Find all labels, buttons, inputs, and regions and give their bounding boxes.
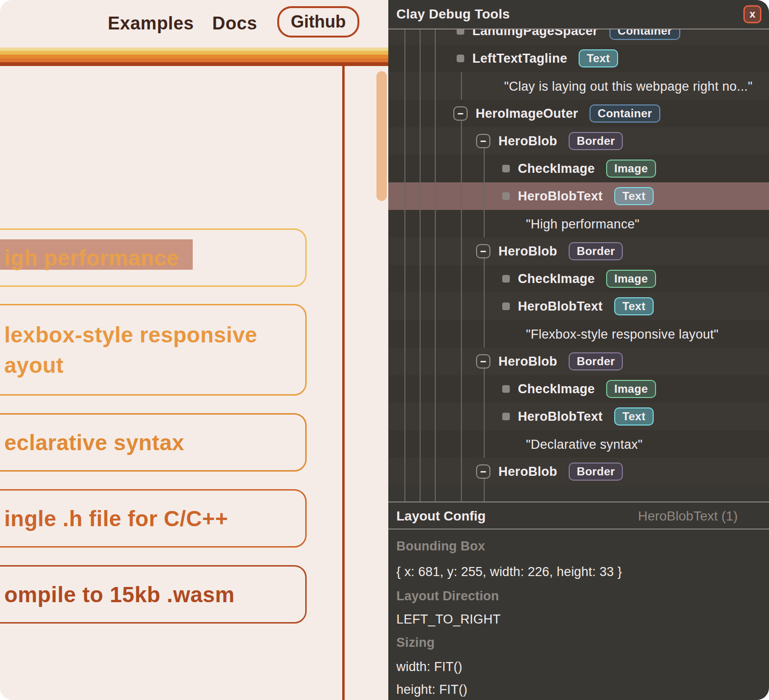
element-type-badge: Container bbox=[610, 29, 680, 40]
element-type-badge: Text bbox=[614, 187, 654, 205]
text-content-preview: "High performance" bbox=[526, 217, 639, 232]
tree-row-heroblobtext[interactable]: HeroBlobTextText bbox=[388, 182, 769, 210]
element-name: LeftTextTagline bbox=[472, 51, 567, 66]
element-bullet-icon bbox=[502, 413, 510, 420]
feature-box-text: igh performance bbox=[4, 243, 305, 273]
indent-guide-line bbox=[484, 258, 485, 348]
tree-row-heroblob[interactable]: HeroBlobBorder bbox=[388, 458, 769, 485]
collapse-button[interactable] bbox=[453, 106, 468, 121]
element-name: HeroBlobText bbox=[518, 409, 603, 424]
stripe-band bbox=[0, 47, 388, 51]
indent-guide-line bbox=[484, 369, 485, 458]
element-bullet-icon bbox=[457, 55, 464, 62]
element-tree: LandingPageSpacerContainerLeftTextTaglin… bbox=[388, 29, 769, 501]
element-bullet-icon bbox=[502, 303, 510, 310]
indent-guide-line bbox=[461, 120, 462, 501]
nav-item-docs[interactable]: Docs bbox=[212, 13, 257, 34]
element-type-badge: Border bbox=[569, 132, 623, 150]
config-field-value: { x: 681, y: 255, width: 226, height: 33… bbox=[396, 565, 622, 579]
tree-row-landingpagespacer[interactable]: LandingPageSpacerContainer bbox=[388, 29, 769, 45]
collapse-button[interactable] bbox=[476, 244, 490, 258]
element-name: HeroImageOuter bbox=[476, 106, 578, 121]
element-name: HeroBlob bbox=[498, 464, 557, 479]
indent-guide-line bbox=[404, 29, 405, 501]
accent-stripe bbox=[0, 47, 388, 66]
stripe-band bbox=[0, 55, 388, 58]
tree-row-heroblob[interactable]: HeroBlobBorder bbox=[388, 348, 769, 375]
collapse-button[interactable] bbox=[476, 134, 490, 148]
tree-row-heroblobtext[interactable]: HeroBlobTextText bbox=[388, 403, 769, 430]
tree-row-checkimage[interactable]: CheckImageImage bbox=[388, 155, 769, 182]
config-field-label: Sizing bbox=[396, 635, 435, 650]
text-content-preview: "Clay is laying out this webpage right n… bbox=[504, 79, 752, 94]
element-type-badge: Container bbox=[590, 104, 660, 123]
collapse-button[interactable] bbox=[476, 464, 490, 479]
feature-box-text: lexbox-style responsive bbox=[4, 320, 305, 350]
demo-page: Examples Docs Github igh performancelexb… bbox=[0, 0, 388, 700]
config-field-value: LEFT_TO_RIGHT bbox=[396, 612, 501, 627]
tree-row-heroblob[interactable]: HeroBlobBorder bbox=[388, 237, 769, 265]
config-field-value: height: FIT() bbox=[396, 682, 468, 697]
tree-row-text-content[interactable]: "High performance" bbox=[388, 210, 769, 237]
indent-guide-line bbox=[461, 72, 462, 100]
element-type-badge: Image bbox=[606, 380, 656, 398]
feature-box-text: ompile to 15kb .wasm bbox=[4, 579, 305, 610]
content-divider bbox=[342, 66, 345, 700]
tree-row-checkimage[interactable]: CheckImageImage bbox=[388, 375, 769, 403]
element-name: HeroBlob bbox=[498, 354, 557, 369]
element-bullet-icon bbox=[502, 385, 510, 393]
element-name: HeroBlobText bbox=[518, 189, 603, 204]
minus-icon bbox=[480, 251, 486, 252]
element-type-badge: Text bbox=[614, 297, 654, 315]
close-button[interactable]: x bbox=[743, 5, 761, 23]
element-name: HeroBlob bbox=[498, 134, 557, 149]
layout-config-selected-element: HeroBlobText (1) bbox=[638, 509, 738, 524]
tree-row-checkimage[interactable]: CheckImageImage bbox=[388, 265, 769, 293]
feature-box: igh performance bbox=[0, 228, 307, 287]
indent-guide-line bbox=[484, 148, 485, 237]
element-name: CheckImage bbox=[518, 161, 595, 176]
debug-panel: Clay Debug Tools x LandingPageSpacerCont… bbox=[388, 0, 769, 700]
text-content-preview: "Declarative syntax" bbox=[526, 437, 643, 452]
minus-icon bbox=[480, 471, 486, 473]
debug-panel-title: Clay Debug Tools bbox=[396, 7, 510, 22]
close-icon: x bbox=[750, 9, 755, 19]
section-divider-2 bbox=[388, 529, 769, 530]
element-bullet-icon bbox=[502, 192, 510, 200]
nav-item-examples[interactable]: Examples bbox=[108, 13, 194, 34]
element-name: CheckImage bbox=[518, 382, 595, 397]
element-name: CheckImage bbox=[518, 272, 595, 286]
text-content-preview: "Flexbox-style responsive layout" bbox=[526, 327, 719, 342]
tree-row-heroblobtext[interactable]: HeroBlobTextText bbox=[388, 293, 769, 320]
tree-row-text-content[interactable]: "Flexbox-style responsive layout" bbox=[388, 320, 769, 348]
stripe-band bbox=[0, 58, 388, 62]
minus-icon bbox=[458, 113, 463, 114]
tree-row-heroimageouter[interactable]: HeroImageOuterContainer bbox=[388, 100, 769, 127]
tree-row-text-content[interactable]: "Declarative syntax" bbox=[388, 430, 769, 458]
element-type-badge: Text bbox=[579, 49, 618, 67]
tree-row-lefttexttagline[interactable]: LeftTextTaglineText bbox=[388, 45, 769, 72]
config-field-label: Bounding Box bbox=[396, 539, 485, 554]
indent-guide-line bbox=[435, 29, 436, 501]
element-type-badge: Text bbox=[614, 407, 654, 426]
element-type-badge: Border bbox=[569, 463, 623, 481]
tree-row-text-content[interactable]: "Clay is laying out this webpage right n… bbox=[388, 72, 769, 100]
collapse-button[interactable] bbox=[476, 354, 490, 369]
scrollbar-thumb[interactable] bbox=[376, 71, 387, 201]
element-type-badge: Border bbox=[569, 352, 623, 370]
config-field-value: width: FIT() bbox=[396, 660, 462, 674]
tree-row-heroblob[interactable]: HeroBlobBorder bbox=[388, 127, 769, 155]
feature-box-text: ingle .h file for C/C++ bbox=[4, 503, 305, 534]
stripe-band bbox=[0, 62, 388, 66]
indent-guide-line bbox=[420, 29, 421, 501]
element-type-badge: Border bbox=[569, 242, 623, 260]
element-name: HeroBlob bbox=[498, 244, 557, 259]
feature-box: ingle .h file for C/C++ bbox=[0, 489, 307, 548]
feature-box-text: ayout bbox=[4, 350, 305, 380]
minus-icon bbox=[480, 361, 486, 362]
element-name: LandingPageSpacer bbox=[472, 29, 598, 38]
config-field-label: Layout Direction bbox=[396, 589, 499, 604]
layout-config-header: Layout Config HeroBlobText (1) bbox=[388, 502, 769, 529]
element-bullet-icon bbox=[502, 165, 510, 172]
github-button[interactable]: Github bbox=[277, 6, 359, 38]
